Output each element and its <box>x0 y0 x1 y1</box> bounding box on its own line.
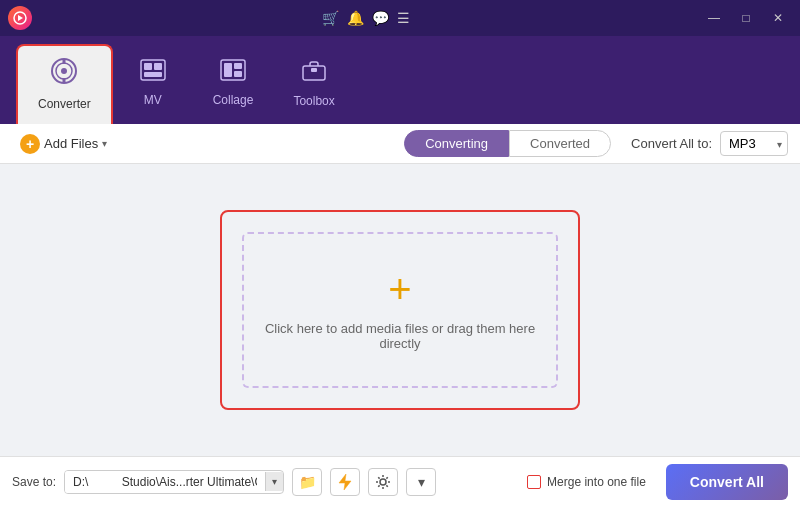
svg-rect-9 <box>144 72 162 77</box>
converted-tab[interactable]: Converted <box>509 130 611 157</box>
collage-tab-icon <box>220 59 246 87</box>
merge-label: Merge into one file <box>547 475 646 489</box>
merge-section: Merge into one file <box>527 475 646 489</box>
toolbar: + Add Files ▾ Converting Converted Conve… <box>0 124 800 164</box>
folder-icon: 📁 <box>299 474 316 490</box>
tab-toolbox[interactable]: Toolbox <box>273 44 354 124</box>
more-settings-button[interactable]: ▾ <box>406 468 436 496</box>
drop-zone-outer[interactable]: + Click here to add media files or drag … <box>220 210 580 410</box>
toolbox-tab-label: Toolbox <box>293 94 334 108</box>
svg-rect-7 <box>144 63 152 70</box>
svg-rect-5 <box>63 78 66 83</box>
title-bar-left <box>8 6 32 30</box>
svg-rect-15 <box>311 68 317 72</box>
merge-checkbox[interactable] <box>527 475 541 489</box>
mv-tab-label: MV <box>144 93 162 107</box>
svg-rect-12 <box>234 63 242 69</box>
bottom-bar: Save to: ▾ 📁 ▾ Merge into one file Conve… <box>0 456 800 506</box>
converting-tab[interactable]: Converting <box>404 130 509 157</box>
converting-tabs: Converting Converted <box>404 130 611 157</box>
convert-all-section: Convert All to: MP3 MP4 AVI MOV WAV AAC … <box>631 131 788 156</box>
menu-icon[interactable]: ☰ <box>397 10 410 26</box>
folder-browse-button[interactable]: 📁 <box>292 468 322 496</box>
format-select-wrapper: MP3 MP4 AVI MOV WAV AAC FLAC ▾ <box>720 131 788 156</box>
more-arrow-icon: ▾ <box>418 474 425 490</box>
add-dropdown-arrow: ▾ <box>102 138 107 149</box>
lightning-button[interactable] <box>330 468 360 496</box>
main-content: + Click here to add media files or drag … <box>0 164 800 456</box>
save-to-label: Save to: <box>12 475 56 489</box>
save-path-input[interactable] <box>65 471 265 493</box>
svg-point-3 <box>61 68 67 74</box>
svg-point-16 <box>380 479 386 485</box>
convert-all-to-label: Convert All to: <box>631 136 712 151</box>
cart-icon[interactable]: 🛒 <box>322 10 339 26</box>
drop-zone-plus-icon: + <box>388 269 411 309</box>
converter-tab-icon <box>50 57 78 91</box>
collage-tab-label: Collage <box>213 93 254 107</box>
converter-tab-label: Converter <box>38 97 91 111</box>
format-select[interactable]: MP3 MP4 AVI MOV WAV AAC FLAC <box>720 131 788 156</box>
minimize-button[interactable]: — <box>700 8 728 28</box>
title-bar-icons: 🛒 🔔 💬 ☰ <box>322 10 410 26</box>
chat-icon[interactable]: 💬 <box>372 10 389 26</box>
save-path-wrapper: ▾ <box>64 470 284 494</box>
nav-tabs: Converter MV Collage <box>0 36 800 124</box>
settings-button[interactable] <box>368 468 398 496</box>
add-files-button[interactable]: + Add Files ▾ <box>12 130 115 158</box>
add-files-label: Add Files <box>44 136 98 151</box>
bell-icon[interactable]: 🔔 <box>347 10 364 26</box>
svg-rect-4 <box>63 59 66 64</box>
tab-mv[interactable]: MV <box>113 44 193 124</box>
close-button[interactable]: ✕ <box>764 8 792 28</box>
svg-rect-8 <box>154 63 162 70</box>
svg-rect-11 <box>224 63 232 77</box>
maximize-button[interactable]: □ <box>732 8 760 28</box>
convert-all-button[interactable]: Convert All <box>666 464 788 500</box>
app-logo <box>8 6 32 30</box>
drop-zone-inner[interactable]: + Click here to add media files or drag … <box>242 232 558 388</box>
title-bar: 🛒 🔔 💬 ☰ — □ ✕ <box>0 0 800 36</box>
title-bar-controls: — □ ✕ <box>700 8 792 28</box>
tab-collage[interactable]: Collage <box>193 44 274 124</box>
save-path-dropdown[interactable]: ▾ <box>265 472 283 491</box>
drop-zone-text: Click here to add media files or drag th… <box>244 321 556 351</box>
toolbox-tab-icon <box>301 58 327 88</box>
add-icon: + <box>20 134 40 154</box>
svg-rect-13 <box>234 71 242 77</box>
tab-converter[interactable]: Converter <box>16 44 113 124</box>
mv-tab-icon <box>140 59 166 87</box>
